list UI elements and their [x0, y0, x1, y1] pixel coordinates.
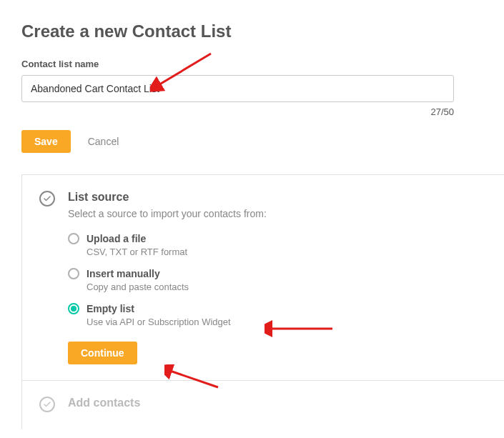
- cancel-button[interactable]: Cancel: [88, 136, 119, 147]
- contact-list-name-input[interactable]: [21, 75, 454, 102]
- check-icon: [39, 191, 55, 206]
- continue-button[interactable]: Continue: [68, 342, 137, 364]
- radio-icon: [68, 268, 79, 279]
- radio-desc: CSV, TXT or RTF format: [87, 247, 187, 257]
- radio-icon: [68, 303, 79, 314]
- radio-upload-file[interactable]: Upload a file CSV, TXT or RTF format: [68, 232, 487, 257]
- check-icon: [39, 397, 55, 412]
- name-char-counter: 27/50: [21, 106, 454, 117]
- radio-label: Upload a file: [87, 232, 187, 245]
- steps-panel: List source Select a source to import yo…: [21, 174, 504, 429]
- source-radio-group: Upload a file CSV, TXT or RTF format Ins…: [68, 232, 487, 327]
- radio-label: Empty list: [87, 302, 231, 315]
- page-title: Create a new Contact List: [21, 21, 483, 41]
- step-source-subtitle: Select a source to import your contacts …: [68, 208, 487, 219]
- step-list-source: List source Select a source to import yo…: [22, 175, 504, 381]
- radio-icon: [68, 233, 79, 244]
- step-source-title: List source: [68, 191, 487, 204]
- step-add-contacts-title: Add contacts: [68, 397, 487, 409]
- name-field-label: Contact list name: [21, 59, 483, 69]
- radio-desc: Use via API or Subscription Widget: [87, 317, 231, 327]
- radio-desc: Copy and paste contacts: [87, 282, 189, 292]
- radio-insert-manually[interactable]: Insert manually Copy and paste contacts: [68, 267, 487, 292]
- radio-empty-list[interactable]: Empty list Use via API or Subscription W…: [68, 302, 487, 327]
- save-button[interactable]: Save: [21, 130, 71, 153]
- step-add-contacts: Add contacts: [22, 381, 504, 429]
- radio-label: Insert manually: [87, 267, 189, 280]
